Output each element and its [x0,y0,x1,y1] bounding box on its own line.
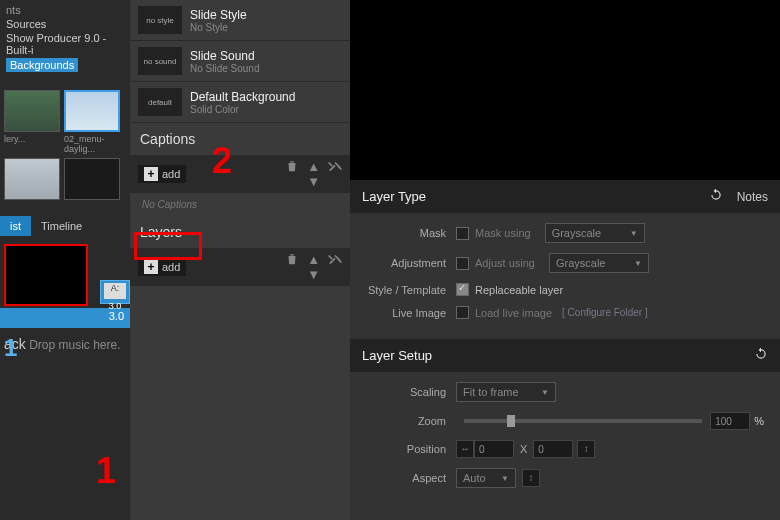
tree-item-backgrounds[interactable]: Backgrounds [6,58,78,72]
pos-resize-h-icon[interactable]: ↔ [456,440,474,458]
replaceable-checkbox[interactable] [456,283,469,296]
property-subtitle: No Slide Sound [190,63,342,74]
tools-icon[interactable] [328,159,342,189]
refresh-icon[interactable] [754,347,768,364]
chevron-down-icon: ▼ [634,259,642,268]
property-title: Slide Sound [190,49,342,63]
scaling-select[interactable]: Fit to frame▼ [456,382,556,402]
style-template-label: Style / Template [366,284,456,296]
add-caption-button[interactable]: + add [138,165,186,183]
thumbnail-area: lery... 02_menu-daylig... [0,86,130,208]
thumb-item[interactable] [64,158,120,200]
slide-options-panel: no style Slide Style No Styleno sound Sl… [130,0,350,520]
adjustment-checkbox[interactable] [456,257,469,270]
slide-property-row[interactable]: default Default Background Solid Color [130,82,350,123]
layers-header: Layers [130,216,350,248]
sort-icon[interactable]: ▲▼ [307,252,320,282]
configure-folder-link[interactable]: [ Configure Folder ] [562,307,648,318]
view-tabs: ist Timeline [0,216,130,236]
property-swatch: no sound [138,47,182,75]
aspect-stepper[interactable]: ↕ [522,469,540,487]
property-title: Default Background [190,90,342,104]
layer-setup-header: Layer Setup [350,339,780,372]
slide-property-row[interactable]: no style Slide Style No Style [130,0,350,41]
adjustment-label: Adjustment [366,257,456,269]
track-hint: Drop music here. [29,338,120,352]
chevron-down-icon: ▼ [541,388,549,397]
mask-checkbox[interactable] [456,227,469,240]
position-label: Position [366,443,456,455]
trash-icon[interactable] [285,252,299,282]
live-image-label-text: Load live image [475,307,552,319]
tab-list[interactable]: ist [0,216,31,236]
chevron-down-icon: ▼ [501,474,509,483]
layers-toolbar: + add ▲▼ [130,248,350,286]
notes-tab[interactable]: Notes [737,190,768,204]
add-layer-button[interactable]: + add [138,258,186,276]
position-y-input[interactable] [533,440,573,458]
zoom-unit: % [754,415,764,427]
slide-number: 1 [4,334,17,362]
chevron-down-icon: ▼ [630,229,638,238]
thumb-item[interactable]: 02_menu-daylig... [64,90,126,154]
plus-icon: + [144,167,158,181]
zoom-input[interactable] [710,412,750,430]
captions-header: Captions [130,123,350,155]
preview-area [350,0,780,180]
x-label: X [520,443,527,455]
properties-panel: Layer Type Notes Mask Mask using Graysca… [350,0,780,520]
tree-item-producer[interactable]: Show Producer 9.0 - Built-i [6,32,124,56]
resource-tree: nts Sources Show Producer 9.0 - Built-i … [0,0,130,78]
track-area: A: 3.0 1 3.0 ack Drop music here. [0,244,130,356]
position-x-input[interactable] [474,440,514,458]
scaling-label: Scaling [366,386,456,398]
property-swatch: default [138,88,182,116]
captions-toolbar: + add ▲▼ [130,155,350,193]
left-panel: nts Sources Show Producer 9.0 - Built-i … [0,0,130,520]
property-swatch: no style [138,6,182,34]
layer-type-header: Layer Type Notes [350,180,780,213]
adjustment-mode-select[interactable]: Grayscale▼ [549,253,649,273]
refresh-icon[interactable] [709,188,723,205]
thumb-item[interactable] [4,158,60,200]
track-duration-bar[interactable]: 3.0 [0,308,130,328]
slide-property-row[interactable]: no sound Slide Sound No Slide Sound [130,41,350,82]
adjustment-checkbox-label: Adjust using [475,257,535,269]
captions-empty: No Captions [130,193,350,216]
thumb-item[interactable]: lery... [4,90,60,154]
track-mini-thumb[interactable]: A: 3.0 [100,280,130,304]
track-slide-thumb[interactable] [4,244,88,306]
pos-resize-v-icon[interactable]: ↕ [577,440,595,458]
live-image-checkbox[interactable] [456,306,469,319]
mask-mode-select[interactable]: Grayscale▼ [545,223,645,243]
plus-icon: + [144,260,158,274]
property-subtitle: Solid Color [190,104,342,115]
tools-icon[interactable] [328,252,342,282]
tab-timeline[interactable]: Timeline [31,216,92,236]
mask-checkbox-label: Mask using [475,227,531,239]
replaceable-label: Replaceable layer [475,284,563,296]
tree-item-sources[interactable]: Sources [6,18,124,30]
zoom-label: Zoom [366,415,456,427]
live-image-label: Live Image [366,307,456,319]
aspect-select[interactable]: Auto▼ [456,468,516,488]
sort-icon[interactable]: ▲▼ [307,159,320,189]
property-title: Slide Style [190,8,342,22]
zoom-slider[interactable] [464,419,702,423]
property-subtitle: No Style [190,22,342,33]
mask-label: Mask [366,227,456,239]
aspect-label: Aspect [366,472,456,484]
trash-icon[interactable] [285,159,299,189]
tree-item-a[interactable]: nts [6,4,124,16]
